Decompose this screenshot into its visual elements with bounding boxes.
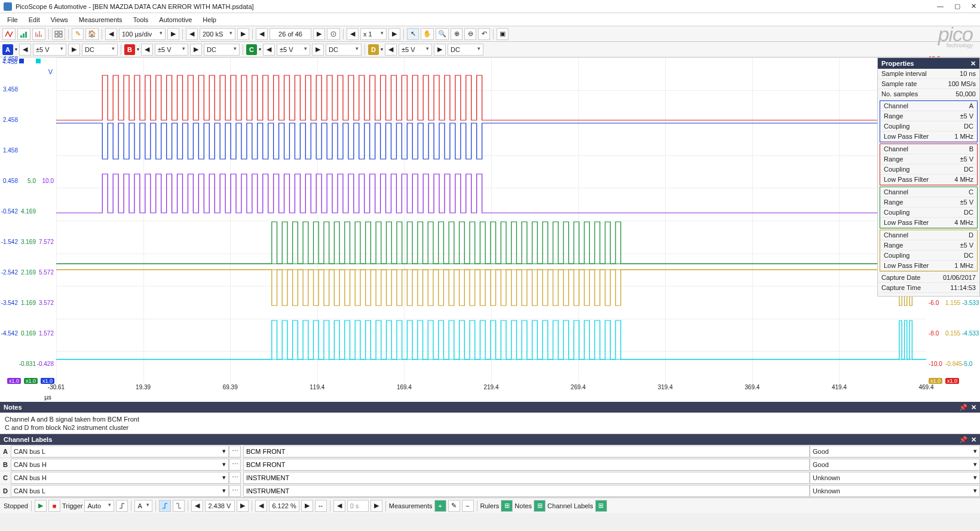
channel-c-coupling[interactable]: DC — [326, 44, 362, 56]
notes-close-icon[interactable]: ✕ — [971, 404, 976, 411]
auto-setup-button[interactable]: ✎ — [72, 28, 84, 40]
chlabel-browse-button[interactable]: ⋯ — [229, 485, 241, 497]
pointer-tool-button[interactable]: ↖ — [407, 28, 419, 40]
buffer-next-button[interactable]: ▶ — [313, 28, 325, 40]
channel-a-range-next[interactable]: ▶ — [68, 44, 80, 56]
buffer-overview-button[interactable] — [327, 28, 340, 40]
rising-edge-button[interactable] — [159, 500, 171, 512]
chlabel-status-select[interactable]: Unknown▾ — [810, 485, 980, 497]
channel-d-range-next[interactable]: ▶ — [434, 44, 446, 56]
window-maximize-icon[interactable]: ▢ — [954, 2, 960, 10]
channel-b-label[interactable]: B — [124, 44, 135, 55]
go-button[interactable]: ▶ — [35, 500, 47, 512]
grid-layout-button[interactable] — [52, 28, 65, 40]
channel-c-range[interactable]: ±5 V — [277, 44, 310, 56]
channel-b-coupling[interactable]: DC — [204, 44, 240, 56]
chlabel-browse-button[interactable]: ⋯ — [229, 459, 241, 471]
timebase-select[interactable]: 100 µs/div — [119, 28, 166, 40]
chlabel-name-select[interactable]: CAN bus H▾ — [11, 459, 229, 471]
delay-next[interactable]: ▶ — [370, 500, 382, 512]
zoom-area-button[interactable]: 🔍 — [436, 28, 449, 40]
pretrig-reset-button[interactable]: ↔ — [315, 500, 327, 512]
trigger-edge-button[interactable] — [116, 500, 128, 512]
notes-toggle-button[interactable]: ⊞ — [534, 500, 546, 512]
channel-c-range-prev[interactable]: ◀ — [263, 44, 275, 56]
chlabel-location-input[interactable] — [243, 485, 810, 497]
pretrigger[interactable]: 6.122 % — [269, 500, 299, 512]
window-minimize-icon[interactable]: — — [937, 2, 944, 10]
chlabel-location-input[interactable] — [243, 459, 810, 471]
chlabels-pin-icon[interactable]: 📌 — [959, 436, 967, 444]
hand-tool-button[interactable]: ✋ — [421, 28, 434, 40]
chlabel-location-input[interactable] — [243, 445, 810, 457]
channel-b-range[interactable]: ±5 V — [155, 44, 188, 56]
edit-measurement-button[interactable]: ✎ — [448, 500, 460, 512]
add-measurement-button[interactable]: + — [434, 500, 446, 512]
channel-c-label[interactable]: C — [246, 44, 257, 55]
delay-prev[interactable]: ◀ — [333, 500, 345, 512]
channel-a-range[interactable]: ±5 V — [33, 44, 66, 56]
pretrig-prev[interactable]: ◀ — [255, 500, 267, 512]
channel-d-label[interactable]: D — [368, 44, 379, 55]
chlabel-location-input[interactable] — [243, 472, 810, 484]
menu-tools[interactable]: Tools — [128, 14, 154, 25]
channel-c-range-next[interactable]: ▶ — [312, 44, 324, 56]
stop-button[interactable]: ■ — [48, 500, 60, 512]
notes-body[interactable]: Channel A and B signal taken from BCM Fr… — [0, 413, 980, 434]
marquee-button[interactable]: ▣ — [497, 28, 509, 40]
pretrig-next[interactable]: ▶ — [301, 500, 313, 512]
menu-automotive[interactable]: Automotive — [154, 14, 197, 25]
channel-b-range-prev[interactable]: ◀ — [141, 44, 153, 56]
spectrum-button[interactable] — [32, 28, 45, 40]
chlabel-browse-button[interactable]: ⋯ — [229, 472, 241, 484]
home-button[interactable]: 🏠 — [85, 28, 99, 40]
menu-edit[interactable]: Edit — [24, 14, 45, 25]
waveform-area[interactable]: x1.0 x1.0 x1.0 — [56, 57, 926, 384]
delete-measurement-button[interactable]: − — [462, 500, 474, 512]
trigger-mode[interactable]: Auto — [84, 500, 114, 512]
notes-pin-icon[interactable]: 📌 — [959, 404, 967, 411]
chlabel-name-select[interactable]: CAN bus L▾ — [11, 485, 229, 497]
zoom-next-button[interactable]: ▶ — [388, 28, 400, 40]
buffer-first-button[interactable]: ◀ — [256, 28, 268, 40]
trigger-channel[interactable]: A — [134, 500, 152, 512]
samples-prev-button[interactable]: ◀ — [186, 28, 198, 40]
chlabel-name-select[interactable]: CAN bus H▾ — [11, 472, 229, 484]
zoom-select[interactable]: x 1 — [360, 28, 387, 40]
channel-d-range[interactable]: ±5 V — [399, 44, 432, 56]
channel-a-range-prev[interactable]: ◀ — [19, 44, 31, 56]
trigger-delay[interactable]: 0 s — [347, 500, 369, 512]
window-close-icon[interactable]: ✕ — [971, 2, 976, 10]
chlabel-status-select[interactable]: Unknown▾ — [810, 472, 980, 484]
trigger-level-next[interactable]: ▶ — [237, 500, 249, 512]
persistence-button[interactable] — [17, 28, 30, 40]
chlabels-close-icon[interactable]: ✕ — [971, 436, 976, 444]
chlabel-status-select[interactable]: Good▾ — [810, 459, 980, 471]
x-axis[interactable]: µs -30.6119.3969.39119.4169.4219.4269.43… — [0, 384, 980, 402]
menu-measurements[interactable]: Measurements — [74, 14, 127, 25]
trigger-level-prev[interactable]: ◀ — [191, 500, 203, 512]
menu-file[interactable]: File — [2, 14, 23, 25]
channel-a-coupling[interactable]: DC — [82, 44, 118, 56]
zoom-out-button[interactable]: ⊖ — [464, 28, 476, 40]
chlabel-browse-button[interactable]: ⋯ — [229, 445, 241, 457]
chanlabels-toggle-button[interactable]: ⊞ — [595, 500, 607, 512]
channel-d-coupling[interactable]: DC — [448, 44, 483, 56]
chlabel-status-select[interactable]: Good▾ — [810, 445, 980, 457]
trigger-level[interactable]: 2.438 V — [205, 500, 235, 512]
y-axis-left[interactable]: 4.458 V 4.4583.4582.4581.4580.458-0.542-… — [0, 57, 56, 384]
channel-d-range-prev[interactable]: ◀ — [385, 44, 397, 56]
falling-edge-button[interactable] — [173, 500, 185, 512]
timebase-next-button[interactable]: ▶ — [167, 28, 179, 40]
samples-select[interactable]: 200 kS — [200, 28, 235, 40]
zoom-prev-button[interactable]: ◀ — [347, 28, 359, 40]
buffer-counter[interactable]: 26 of 46 — [270, 28, 311, 40]
properties-close-icon[interactable]: ✕ — [970, 60, 976, 68]
undo-zoom-button[interactable]: ↶ — [478, 28, 490, 40]
menu-help[interactable]: Help — [198, 14, 221, 25]
scope-mode-button[interactable] — [2, 28, 16, 40]
chlabel-name-select[interactable]: CAN bus L▾ — [11, 445, 229, 457]
channel-b-range-next[interactable]: ▶ — [190, 44, 202, 56]
zoom-in-button[interactable]: ⊕ — [451, 28, 463, 40]
channel-a-label[interactable]: A — [2, 44, 13, 55]
